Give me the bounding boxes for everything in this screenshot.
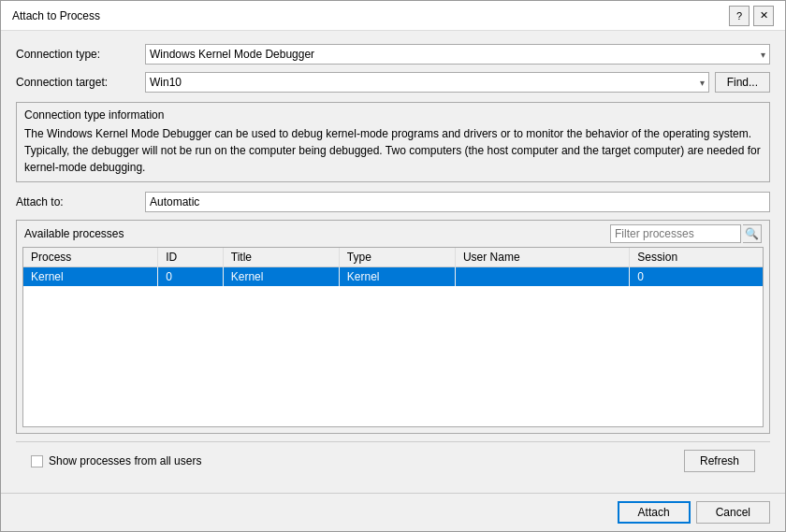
info-group-text: The Windows Kernel Mode Debugger can be …	[24, 125, 762, 176]
connection-target-value: Win10	[150, 76, 182, 89]
filter-search-button[interactable]: 🔍	[743, 224, 762, 243]
connection-target-row: Connection target: Win10 ▾ Find...	[16, 72, 770, 93]
connection-target-dropdown[interactable]: Win10 ▾	[145, 72, 709, 93]
processes-header: Available processes 🔍	[17, 221, 769, 247]
connection-target-arrow-icon: ▾	[700, 78, 705, 88]
col-header-id: ID	[158, 248, 224, 267]
col-header-session: Session	[630, 248, 763, 267]
bottom-buttons: Refresh	[684, 450, 755, 472]
find-button[interactable]: Find...	[715, 72, 770, 93]
show-all-checkbox[interactable]	[31, 455, 43, 467]
col-header-process: Process	[23, 248, 158, 267]
col-header-type: Type	[339, 248, 455, 267]
cell-process: Kernel	[23, 267, 158, 287]
cell-title: Kernel	[223, 267, 339, 287]
show-all-label: Show processes from all users	[49, 454, 201, 467]
attach-to-label: Attach to:	[16, 195, 138, 208]
refresh-button[interactable]: Refresh	[684, 450, 755, 472]
attach-to-row: Attach to:	[16, 192, 770, 212]
search-icon: 🔍	[745, 227, 759, 240]
close-button[interactable]: ✕	[753, 6, 774, 26]
dialog-footer: Attach Cancel	[1, 493, 785, 531]
attach-to-input[interactable]	[145, 192, 770, 212]
processes-table-body: Kernel0KernelKernel0	[23, 267, 763, 287]
connection-target-label: Connection target:	[16, 76, 138, 89]
cell-type: Kernel	[339, 267, 455, 287]
table-header-row: Process ID Title Type User Name Session	[23, 248, 763, 267]
processes-group-title: Available processes	[24, 227, 124, 240]
connection-type-info-group: Connection type information The Windows …	[16, 102, 770, 182]
attach-to-process-dialog: Attach to Process ? ✕ Connection type: W…	[0, 0, 786, 532]
cell-id: 0	[158, 267, 224, 287]
processes-table: Process ID Title Type User Name Session …	[23, 248, 763, 286]
bottom-bar: Show processes from all users Refresh	[16, 441, 770, 480]
help-button[interactable]: ?	[729, 6, 750, 26]
cancel-button[interactable]: Cancel	[696, 501, 770, 524]
dialog-title: Attach to Process	[12, 9, 100, 22]
col-header-username: User Name	[455, 248, 629, 267]
attach-button[interactable]: Attach	[618, 501, 691, 524]
available-processes-group: Available processes 🔍 Process ID Title	[16, 220, 770, 434]
title-bar: Attach to Process ? ✕	[1, 1, 785, 31]
connection-type-dropdown[interactable]: Windows Kernel Mode Debugger ▾	[145, 44, 770, 65]
col-header-title: Title	[223, 248, 339, 267]
processes-table-container: Process ID Title Type User Name Session …	[22, 247, 764, 427]
connection-type-control: Windows Kernel Mode Debugger ▾	[145, 44, 770, 65]
title-bar-controls: ? ✕	[729, 6, 774, 26]
table-row[interactable]: Kernel0KernelKernel0	[23, 267, 763, 287]
connection-target-control: Win10 ▾ Find...	[145, 72, 770, 93]
show-all-wrap: Show processes from all users	[31, 454, 201, 467]
filter-wrap: 🔍	[610, 224, 762, 243]
connection-type-value: Windows Kernel Mode Debugger	[150, 48, 314, 61]
connection-type-row: Connection type: Windows Kernel Mode Deb…	[16, 44, 770, 65]
connection-type-arrow-icon: ▾	[761, 50, 765, 60]
cell-username	[455, 267, 629, 287]
filter-processes-input[interactable]	[610, 224, 741, 243]
connection-type-label: Connection type:	[16, 48, 138, 61]
table-header: Process ID Title Type User Name Session	[23, 248, 763, 267]
cell-session: 0	[630, 267, 763, 287]
dialog-content: Connection type: Windows Kernel Mode Deb…	[1, 31, 785, 493]
info-group-title: Connection type information	[24, 108, 762, 122]
